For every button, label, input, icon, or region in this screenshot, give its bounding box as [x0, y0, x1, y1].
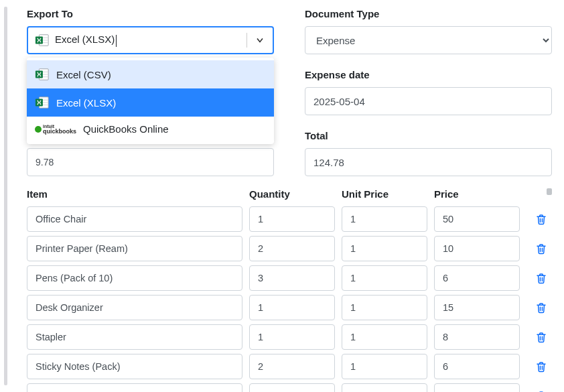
- total-input[interactable]: [305, 148, 552, 176]
- table-row: [27, 265, 552, 291]
- header-unit-price: Unit Price: [342, 188, 427, 200]
- item-unit-price-input[interactable]: [342, 236, 427, 261]
- expense-date-group: Expense date: [305, 69, 552, 115]
- item-unit-price-input[interactable]: [342, 354, 427, 379]
- total-label: Total: [305, 130, 552, 141]
- item-unit-price-input[interactable]: [342, 206, 427, 232]
- trash-icon[interactable]: [535, 213, 547, 225]
- left-peek-value[interactable]: 9.78: [27, 148, 274, 176]
- trash-icon[interactable]: [535, 331, 547, 343]
- item-quantity-input[interactable]: [249, 265, 335, 291]
- export-option-label: QuickBooks Online: [83, 123, 169, 135]
- item-quantity-input[interactable]: [249, 324, 335, 350]
- expense-date-label: Expense date: [305, 69, 552, 80]
- table-row: [27, 295, 552, 320]
- trash-icon[interactable]: [535, 272, 547, 284]
- item-name-input[interactable]: [27, 265, 242, 291]
- item-unit-price-input[interactable]: [342, 383, 427, 392]
- item-quantity-input[interactable]: [249, 383, 335, 392]
- item-name-input[interactable]: [27, 354, 242, 379]
- header-quantity: Quantity: [249, 188, 335, 200]
- export-to-value: Excel (XLSX): [55, 34, 240, 46]
- item-price-input[interactable]: [434, 295, 520, 320]
- export-option[interactable]: Excel (CSV): [27, 60, 274, 88]
- trash-icon[interactable]: [535, 243, 547, 255]
- export-to-combobox[interactable]: Excel (XLSX): [27, 26, 274, 54]
- text-cursor: [116, 35, 117, 47]
- document-type-label: Document Type: [305, 8, 552, 19]
- item-quantity-input[interactable]: [249, 354, 335, 379]
- item-price-input[interactable]: [434, 206, 520, 232]
- chevron-down-icon[interactable]: [254, 34, 266, 46]
- quickbooks-icon: intuitquickbooks: [35, 124, 76, 135]
- item-price-input[interactable]: [434, 265, 520, 291]
- table-row: [27, 354, 552, 379]
- item-quantity-input[interactable]: [249, 236, 335, 261]
- excel-icon: [35, 33, 50, 48]
- scrollbar-indicator[interactable]: [547, 188, 552, 195]
- item-name-input[interactable]: [27, 295, 242, 320]
- export-to-label: Export To: [27, 8, 274, 19]
- item-unit-price-input[interactable]: [342, 295, 427, 320]
- export-option-label: Excel (CSV): [56, 69, 111, 80]
- total-group: Total: [305, 130, 552, 176]
- export-to-dropdown: Excel (CSV) Excel (XLSX)intuitquickbooks…: [27, 58, 274, 144]
- table-row: [27, 324, 552, 350]
- excel-icon: [35, 67, 50, 82]
- item-price-input[interactable]: [434, 354, 520, 379]
- item-unit-price-input[interactable]: [342, 324, 427, 350]
- item-name-input[interactable]: [27, 206, 242, 232]
- item-name-input[interactable]: [27, 383, 242, 392]
- trash-icon[interactable]: [535, 302, 547, 314]
- header-price: Price: [434, 188, 520, 200]
- table-row: [27, 383, 552, 392]
- item-name-input[interactable]: [27, 236, 242, 261]
- excel-icon: [35, 95, 50, 110]
- table-row: [27, 236, 552, 261]
- separator: [246, 33, 247, 48]
- item-quantity-input[interactable]: [249, 206, 335, 232]
- document-type-group: Document Type Expense: [305, 8, 552, 54]
- export-to-group: Export To Excel (XLSX): [27, 8, 274, 54]
- expense-date-input[interactable]: [305, 87, 552, 115]
- table-row: [27, 206, 552, 232]
- item-quantity-input[interactable]: [249, 295, 335, 320]
- left-gutter: [4, 7, 7, 385]
- export-option[interactable]: intuitquickbooksQuickBooks Online: [27, 117, 274, 141]
- export-option[interactable]: Excel (XLSX): [27, 88, 274, 117]
- item-price-input[interactable]: [434, 324, 520, 350]
- trash-icon[interactable]: [535, 361, 547, 373]
- export-option-label: Excel (XLSX): [56, 97, 116, 109]
- item-price-input[interactable]: [434, 236, 520, 261]
- items-header: Item Quantity Unit Price Price: [27, 188, 552, 200]
- document-type-select[interactable]: Expense: [305, 26, 552, 54]
- item-price-input[interactable]: [434, 383, 520, 392]
- item-name-input[interactable]: [27, 324, 242, 350]
- item-unit-price-input[interactable]: [342, 265, 427, 291]
- header-item: Item: [27, 188, 242, 200]
